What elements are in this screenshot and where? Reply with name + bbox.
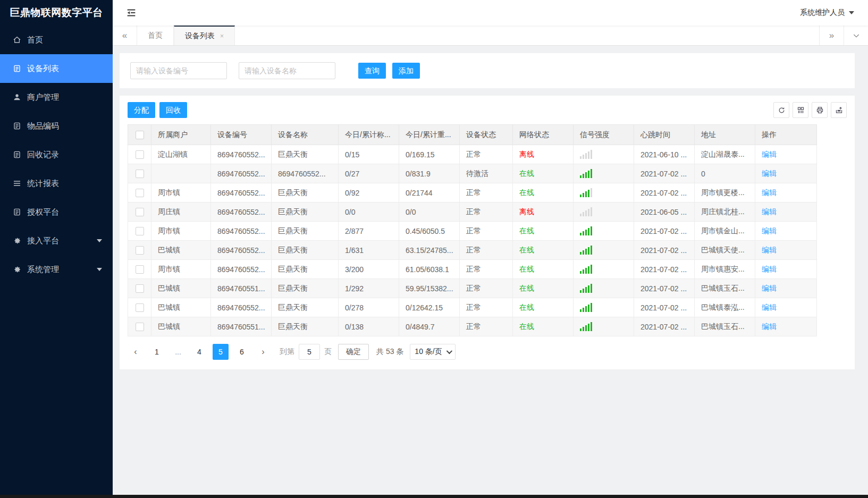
row-checkbox[interactable] (136, 208, 144, 216)
edit-link[interactable]: 编辑 (762, 226, 777, 235)
sidebar-item-recycle-records[interactable]: 回收记录 (0, 140, 113, 169)
edit-link[interactable]: 编辑 (762, 303, 777, 311)
export-icon[interactable] (831, 102, 847, 118)
sidebar-item-system-management[interactable]: 系统管理 (0, 255, 113, 284)
user-menu[interactable]: 系统维护人员 (800, 8, 854, 18)
signal-cell (574, 317, 634, 336)
sidebar-item-access-platform[interactable]: 接入平台 (0, 226, 113, 255)
print-icon[interactable] (812, 102, 828, 118)
device-status-cell: 待激活 (460, 164, 513, 183)
today-count-cell: 0/0 (339, 202, 399, 222)
sidebar-item-label: 系统管理 (27, 265, 59, 275)
tab-label: 首页 (148, 31, 163, 40)
refresh-icon[interactable] (773, 102, 789, 118)
row-checkbox[interactable] (136, 303, 144, 312)
merchant-cell: 巴城镇 (151, 241, 211, 260)
col-heartbeat: 心跳时间 (634, 125, 695, 145)
sidebar-item-authorization-platform[interactable]: 授权平台 (0, 198, 113, 226)
device-table: 所属商户 设备编号 设备名称 今日/累计称... 今日/累计重... 设备状态 … (128, 124, 817, 336)
sidebar-item-merchant-management[interactable]: 商户管理 (0, 83, 113, 112)
address-cell: 周市镇金山... (695, 222, 755, 241)
col-device-status: 设备状态 (460, 125, 513, 145)
query-button[interactable]: 查询 (358, 63, 386, 79)
row-checkbox[interactable] (136, 150, 144, 159)
table-row: 巴城镇8694760552...巨鼎天衡0/2780/12642.15正常在线2… (128, 298, 817, 317)
edit-link[interactable]: 编辑 (762, 284, 777, 292)
tabs-menu-icon[interactable] (844, 26, 868, 45)
row-checkbox[interactable] (136, 189, 144, 197)
device-status-cell: 正常 (460, 183, 513, 202)
goto-page-input[interactable] (299, 344, 320, 360)
sidebar-item-label: 设备列表 (27, 64, 59, 74)
row-checkbox[interactable] (136, 227, 144, 235)
device-name-cell: 巨鼎天衡 (272, 260, 339, 279)
device-no-cell: 8694760552... (211, 183, 272, 202)
row-checkbox[interactable] (136, 323, 144, 331)
action-cell: 编辑 (755, 279, 817, 298)
prev-page-button[interactable]: ‹ (128, 344, 144, 360)
close-icon[interactable]: × (220, 32, 224, 40)
home-icon (13, 36, 21, 44)
device-no-cell: 8694760552... (211, 202, 272, 222)
table-row: 8694760552...8694760552...0/270/831.9待激活… (128, 164, 817, 183)
tab-device-list[interactable]: 设备列表 × (174, 26, 235, 45)
recycle-button[interactable]: 回收 (159, 102, 187, 118)
edit-link[interactable]: 编辑 (762, 169, 777, 178)
today-weight-cell: 0/12642.15 (399, 298, 460, 317)
merchant-cell: 周市镇 (151, 222, 211, 241)
merchant-cell: 周市镇 (151, 260, 211, 279)
edit-link[interactable]: 编辑 (762, 246, 777, 254)
next-page-button[interactable]: › (255, 344, 271, 360)
today-weight-cell: 61.05/6038.1 (399, 260, 460, 279)
confirm-button[interactable]: 确定 (338, 344, 369, 360)
page-button-6[interactable]: 6 (234, 344, 250, 360)
sidebar-item-label: 授权平台 (27, 207, 59, 217)
sidebar-item-statistics-reports[interactable]: 统计报表 (0, 169, 113, 198)
add-button[interactable]: 添加 (392, 63, 420, 79)
col-today-count: 今日/累计称... (339, 125, 399, 145)
edit-link[interactable]: 编辑 (762, 188, 777, 197)
tabs-scroll-right-icon[interactable]: » (819, 26, 844, 45)
device-name-input[interactable] (239, 62, 335, 79)
page-button-1[interactable]: 1 (149, 344, 165, 360)
edit-link[interactable]: 编辑 (762, 207, 777, 216)
signal-bars-icon (580, 207, 627, 216)
edit-link[interactable]: 编辑 (762, 150, 777, 158)
row-checkbox[interactable] (136, 246, 144, 255)
tab-home[interactable]: 首页 (137, 26, 174, 45)
page-size-select[interactable]: 10 条/页 (410, 344, 455, 360)
sidebar-item-item-coding[interactable]: 物品编码 (0, 112, 113, 140)
doc-icon (13, 64, 21, 73)
table-tools (770, 102, 847, 118)
tabs-scroll-left-icon[interactable]: « (113, 26, 137, 45)
action-cell: 编辑 (755, 183, 817, 202)
collapse-menu-icon[interactable] (125, 7, 137, 19)
menu-icon (13, 179, 21, 188)
address-cell: 淀山湖晟泰... (695, 145, 755, 164)
sidebar-item-label: 回收记录 (27, 150, 59, 160)
merchant-cell: 巴城镇 (151, 298, 211, 317)
device-status-cell: 正常 (460, 202, 513, 222)
sidebar-item-home[interactable]: 首页 (0, 26, 113, 54)
col-device-name: 设备名称 (272, 125, 339, 145)
row-checkbox[interactable] (136, 284, 144, 293)
device-no-input[interactable] (130, 62, 227, 79)
device-status-cell: 正常 (460, 145, 513, 164)
page-button-4[interactable]: 4 (191, 344, 207, 360)
signal-bars-icon (580, 303, 627, 312)
sidebar-item-device-list[interactable]: 设备列表 (0, 54, 113, 83)
edit-link[interactable]: 编辑 (762, 265, 777, 273)
assign-button[interactable]: 分配 (128, 102, 155, 118)
page-button-5-active[interactable]: 5 (213, 344, 229, 360)
edit-link[interactable]: 编辑 (762, 322, 777, 331)
row-checkbox[interactable] (136, 265, 144, 274)
row-checkbox[interactable] (136, 170, 144, 178)
select-all-checkbox[interactable] (136, 131, 144, 139)
columns-icon[interactable] (793, 102, 808, 118)
device-name-cell: 巨鼎天衡 (272, 183, 339, 202)
today-count-cell: 1/292 (339, 279, 399, 298)
address-cell: 0 (695, 164, 755, 183)
action-cell: 编辑 (755, 241, 817, 260)
net-status-cell: 在线 (513, 260, 574, 279)
doc-icon (13, 150, 21, 159)
